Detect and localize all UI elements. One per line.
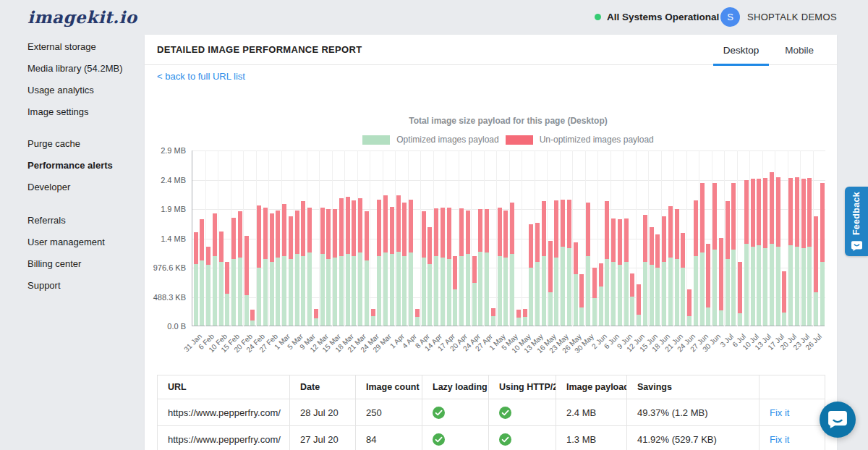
sidebar-item-billing-center[interactable]: Billing center <box>0 253 145 275</box>
optimized-segment <box>561 247 565 326</box>
unoptimized-segment <box>795 177 799 247</box>
image-payload-cell: 1.3 MB <box>556 426 627 450</box>
unoptimized-segment <box>206 247 210 265</box>
sidebar-item-media-library[interactable]: Media library (54.2MB) <box>0 58 145 80</box>
sidebar-item-image-settings[interactable]: Image settings <box>0 101 145 123</box>
imagekit-logo[interactable]: imagekit.io <box>27 7 137 27</box>
date-cell: 27 Jul 20 <box>290 426 356 450</box>
unoptimized-segment <box>731 183 736 250</box>
savings-cell: 49.37% (1.2 MB) <box>627 399 760 426</box>
sidebar-group-storage: External storage Media library (54.2MB) … <box>0 36 145 123</box>
unoptimized-segment <box>339 198 344 256</box>
stacked-bar <box>624 218 629 326</box>
optimized-segment <box>352 256 356 326</box>
sidebar-item-referrals[interactable]: Referrals <box>0 210 145 232</box>
stacked-bar <box>529 224 533 326</box>
lazy-loading-cell <box>422 426 489 450</box>
stacked-bar <box>668 206 673 326</box>
optimized-segment <box>459 256 464 326</box>
stacked-bar <box>466 211 470 326</box>
unoptimized-segment <box>542 201 546 255</box>
optimized-segment <box>225 294 229 326</box>
stacked-bar <box>643 215 647 326</box>
unoptimized-segment <box>358 198 362 252</box>
optimized-segment <box>516 318 521 326</box>
optimized-segment <box>194 264 198 326</box>
stacked-bar <box>301 201 305 326</box>
unoptimized-segment <box>320 208 325 255</box>
unoptimized-segment <box>586 203 590 256</box>
unoptimized-segment <box>712 183 717 250</box>
account-menu[interactable]: S SHOPTALK DEMOS <box>720 7 837 27</box>
stacked-bar <box>270 213 274 326</box>
image-count-cell: 84 <box>356 426 422 450</box>
sidebar-item-developer[interactable]: Developer <box>0 177 145 198</box>
stacked-bar <box>422 211 426 326</box>
optimized-segment <box>763 248 767 326</box>
stacked-bar <box>498 208 502 326</box>
optimized-segment <box>782 313 786 326</box>
optimized-segment <box>706 307 710 326</box>
legend-swatch-unoptimized <box>506 135 533 145</box>
stacked-bar <box>194 232 198 326</box>
unoptimized-segment <box>751 179 755 247</box>
fix-it-link[interactable]: Fix it <box>770 434 789 445</box>
optimized-segment <box>441 258 445 326</box>
stacked-bar <box>434 208 438 326</box>
tab-desktop[interactable]: Desktop <box>710 35 773 65</box>
stacked-bar <box>441 208 445 326</box>
sidebar-item-purge-cache[interactable]: Purge cache <box>0 133 145 155</box>
stacked-bar <box>263 208 268 326</box>
stacked-bar <box>377 200 381 326</box>
optimized-segment <box>535 262 540 326</box>
stacked-bar <box>535 223 540 326</box>
unoptimized-segment <box>770 172 774 244</box>
stacked-bar <box>478 209 482 326</box>
sidebar-item-performance-alerts[interactable]: Performance alerts <box>0 155 145 177</box>
feedback-tab[interactable]: Feedback <box>845 187 868 256</box>
stacked-bar <box>447 208 451 326</box>
unoptimized-segment <box>618 219 622 265</box>
sidebar-item-external-storage[interactable]: External storage <box>0 36 145 58</box>
tab-mobile[interactable]: Mobile <box>772 35 827 65</box>
fix-it-link[interactable]: Fix it <box>770 407 789 418</box>
unoptimized-segment <box>257 205 261 268</box>
unoptimized-segment <box>529 224 533 268</box>
y-tick-label: 1.9 MB <box>145 205 186 213</box>
optimized-segment <box>346 254 350 326</box>
unoptimized-segment <box>441 208 445 258</box>
optimized-segment <box>592 298 597 326</box>
stacked-bar <box>238 211 242 326</box>
stacked-bar <box>491 308 495 326</box>
chat-launcher-button[interactable] <box>820 402 856 438</box>
sidebar-item-support[interactable]: Support <box>0 275 145 297</box>
stacked-bar <box>516 310 521 326</box>
stacked-bar <box>542 201 546 326</box>
date-cell: 28 Jul 20 <box>290 399 356 426</box>
optimized-segment <box>365 260 369 326</box>
back-to-url-list-link[interactable]: < back to full URL list <box>157 71 245 82</box>
optimized-segment <box>307 252 312 326</box>
unoptimized-segment <box>801 179 806 248</box>
unoptimized-segment <box>402 203 407 256</box>
stacked-bar <box>390 207 394 326</box>
stacked-bar <box>637 284 641 326</box>
sidebar-item-usage-analytics[interactable]: Usage analytics <box>0 80 145 101</box>
optimized-segment <box>390 254 394 326</box>
stacked-bar <box>346 197 350 326</box>
unoptimized-segment <box>675 209 679 259</box>
stacked-bar <box>472 256 477 326</box>
optimized-segment <box>738 313 742 326</box>
optimized-segment <box>466 254 470 326</box>
legend-label-unoptimized: Un-optimized images payload <box>540 135 654 145</box>
optimized-segment <box>200 260 204 326</box>
check-icon <box>499 407 511 419</box>
unoptimized-segment <box>763 178 767 247</box>
sidebar-item-user-management[interactable]: User management <box>0 232 145 253</box>
check-icon <box>499 433 511 446</box>
stacked-bar <box>757 179 761 326</box>
optimized-segment <box>333 258 337 326</box>
system-status[interactable]: All Systems Operational <box>595 12 719 22</box>
optimized-segment <box>668 258 673 326</box>
optimized-segment <box>339 256 344 326</box>
